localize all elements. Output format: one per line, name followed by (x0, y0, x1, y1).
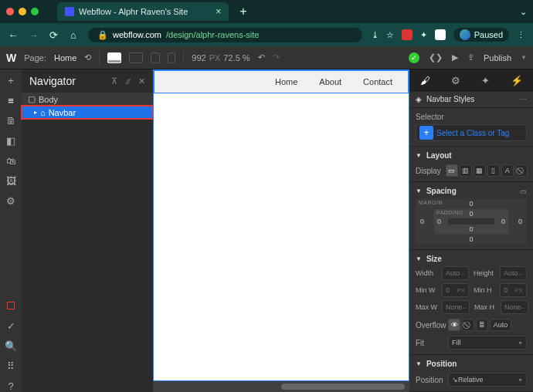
margin-right[interactable]: 0 (518, 218, 522, 225)
nav-back-icon[interactable]: ← (8, 29, 19, 41)
overflow-visible-button[interactable]: 👁 (448, 319, 460, 331)
add-class-icon[interactable]: + (419, 126, 433, 140)
address-bar[interactable]: 🔒 webflow.com/design/alphr-ravens-site (88, 28, 362, 42)
pin-icon[interactable]: ⊼ (111, 76, 117, 86)
tree-node-navbar[interactable]: ▸ ⌂ Navbar (22, 106, 153, 119)
window-close-dot[interactable] (6, 8, 14, 15)
margin-top[interactable]: 0 (469, 200, 473, 208)
ecommerce-icon[interactable]: 🛍 (5, 154, 17, 167)
nav-link[interactable]: Home (275, 77, 297, 86)
star-icon[interactable]: ☆ (386, 30, 394, 40)
home-icon[interactable]: ⌂ (68, 29, 79, 41)
maxh-input[interactable]: None– (501, 300, 528, 314)
export-icon[interactable]: ⇪ (467, 52, 474, 63)
undo-icon[interactable]: ↶ (258, 52, 265, 63)
window-min-dot[interactable] (19, 8, 26, 15)
layout-header[interactable]: ▼Layout (416, 151, 527, 160)
display-flex-button[interactable]: ▥ (460, 164, 472, 177)
record-icon[interactable] (5, 299, 17, 312)
navbar-element[interactable]: Home About Contact (154, 70, 409, 93)
viewport-mobile-l-button[interactable] (151, 52, 160, 63)
status-ok-icon[interactable]: ✓ (409, 52, 419, 63)
audit-icon[interactable]: ✓ (5, 319, 17, 332)
viewport-tablet-button[interactable] (129, 52, 143, 63)
window-max-dot[interactable] (31, 8, 39, 15)
display-none-button[interactable]: ⃠ (515, 164, 528, 177)
close-tab-icon[interactable]: × (216, 6, 221, 17)
page-name[interactable]: Home (54, 53, 76, 63)
interactions-icon[interactable]: ✦ (481, 75, 490, 86)
display-inline-button[interactable]: A (501, 164, 514, 177)
fit-select[interactable]: Fill▼ (448, 336, 527, 350)
preview-icon[interactable]: ▶ (452, 52, 458, 63)
maxw-input[interactable]: None– (442, 300, 470, 314)
expand-icon[interactable]: ⫽ (124, 76, 132, 86)
tree-node-body[interactable]: ▢ Body (22, 93, 153, 106)
spacing-header[interactable]: ▼Spacing▭ (416, 187, 527, 195)
nav-link[interactable]: About (319, 77, 341, 86)
url-path: /design/alphr-ravens-site (166, 30, 259, 39)
nav-link[interactable]: Contact (363, 77, 392, 86)
display-grid-button[interactable]: ▦ (474, 164, 486, 177)
install-icon[interactable]: ⤓ (372, 30, 379, 40)
minh-input[interactable]: 0PX (500, 283, 527, 297)
padding-bottom[interactable]: 0 (469, 225, 473, 233)
search-icon[interactable]: 🔍 (5, 340, 17, 352)
selector-input[interactable]: + Select a Class or Tag (416, 124, 527, 141)
width-input[interactable]: Auto– (442, 266, 469, 280)
horizontal-scrollbar[interactable] (281, 384, 405, 390)
settings-icon[interactable]: ⚙ (5, 194, 17, 207)
padding-top[interactable]: 0 (469, 210, 473, 218)
minw-input[interactable]: 0PX (442, 283, 469, 297)
width-label: Width (416, 269, 439, 277)
kebab-icon[interactable]: ⋮ (517, 30, 525, 40)
publish-button[interactable]: Publish (484, 53, 511, 63)
code-icon[interactable]: ❮❯ (429, 52, 443, 63)
display-block-button[interactable]: ▭ (446, 164, 458, 177)
webflow-logo[interactable]: W (6, 52, 16, 64)
overflow-scroll-button[interactable]: ≣ (476, 319, 488, 331)
margin-left[interactable]: 0 (420, 218, 424, 225)
chevron-down-icon[interactable]: ⌄ (520, 7, 527, 17)
navigator-icon[interactable]: ≡ (5, 94, 17, 106)
zoom-value[interactable]: 72.5 % (223, 53, 250, 63)
new-tab-button[interactable]: + (239, 5, 246, 19)
gear-icon[interactable]: ⚙ (451, 75, 460, 86)
apps-icon[interactable]: ⠿ (5, 360, 17, 372)
caret-icon[interactable]: ▸ (34, 109, 37, 116)
profile-paused-chip[interactable]: Paused (453, 28, 509, 42)
display-inlineblock-button[interactable]: ▯ (487, 164, 500, 177)
position-header[interactable]: ▼Position (416, 360, 527, 368)
more-icon[interactable]: ⋯ (519, 95, 527, 103)
viewport-mobile-button[interactable] (168, 52, 175, 63)
design-canvas[interactable]: Home About Contact (153, 69, 409, 381)
add-element-icon[interactable]: + (5, 74, 17, 86)
extensions-icon[interactable]: ✦ (420, 30, 427, 40)
size-header[interactable]: ▼Size (416, 255, 527, 263)
overflow-hidden-button[interactable]: ⃠ (462, 319, 474, 331)
close-icon[interactable]: ✕ (138, 76, 145, 86)
margin-bottom[interactable]: 0 (469, 235, 473, 243)
height-input[interactable]: Auto– (500, 266, 527, 280)
overflow-auto-button[interactable]: Auto (490, 319, 511, 331)
canvas-width[interactable]: 992 (192, 53, 205, 63)
extension-icon[interactable] (435, 29, 446, 40)
help-icon[interactable]: ? (5, 380, 17, 392)
spacing-editor[interactable]: MARGIN 0 0 0 0 PADDING 0 0 0 0 (416, 198, 527, 245)
effects-icon[interactable]: ⚡ (511, 75, 523, 86)
refresh-icon[interactable]: ⟲ (84, 52, 91, 63)
style-header-label: Navbar Styles (426, 95, 474, 103)
browser-tab[interactable]: Webflow - Alphr Raven's Site × (57, 2, 229, 21)
reload-icon[interactable]: ⟳ (48, 29, 59, 41)
brush-icon[interactable]: 🖌 (420, 75, 430, 86)
extension-icon[interactable] (402, 29, 412, 40)
assets-icon[interactable]: 🖼 (5, 174, 17, 187)
viewport-desktop-button[interactable] (107, 52, 121, 63)
position-select[interactable]: ↘ Relative▼ (448, 373, 527, 387)
cms-icon[interactable]: ◧ (5, 134, 17, 147)
avatar (460, 29, 470, 40)
padding-right[interactable]: 0 (501, 218, 505, 225)
redo-icon[interactable]: ↷ (273, 52, 280, 63)
pages-icon[interactable]: 🗎 (5, 114, 17, 127)
padding-left[interactable]: 0 (437, 218, 441, 225)
